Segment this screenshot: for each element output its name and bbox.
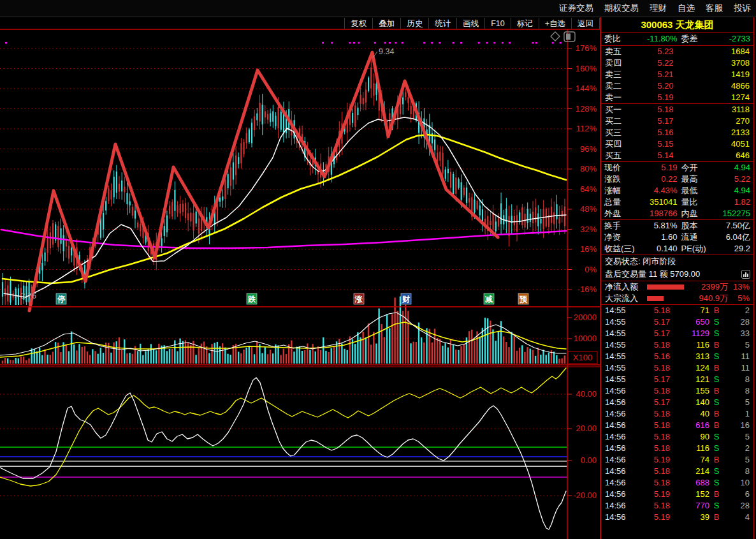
- event-badge-停[interactable]: 停: [56, 293, 66, 304]
- afterhours-chart-icon[interactable]: [741, 270, 750, 283]
- quote-label: 净资: [604, 232, 637, 243]
- tick-direction: B: [709, 489, 723, 500]
- tick-row[interactable]: 14:565.18116S2: [601, 443, 753, 454]
- level-price: 5.19: [630, 92, 690, 103]
- tick-row[interactable]: 14:565.19152B6: [601, 489, 753, 500]
- tick-time: 14:56: [605, 408, 633, 420]
- weibi-label: 委比: [604, 33, 627, 45]
- level-price: 5.22: [630, 57, 690, 69]
- buy-level-row[interactable]: 买二5.17270: [601, 115, 753, 127]
- tick-time: 14:55: [605, 339, 633, 351]
- tick-volume: 74: [670, 454, 709, 466]
- sell-level-row[interactable]: 卖四5.223708: [601, 57, 753, 69]
- tick-count: 28: [723, 500, 750, 512]
- tick-time: 14:56: [605, 500, 633, 512]
- event-badge-减[interactable]: 减: [484, 293, 494, 304]
- tick-time: 14:56: [605, 489, 633, 500]
- tick-count: 5: [723, 454, 750, 466]
- tick-row[interactable]: 14:555.171129S33: [601, 328, 753, 339]
- tick-row[interactable]: 14:555.1871B2: [601, 305, 753, 316]
- buy-level-row[interactable]: 买五5.14646: [601, 150, 753, 161]
- level-price: 5.14: [630, 150, 690, 161]
- level-volume: 3118: [690, 104, 750, 115]
- tick-direction: S: [709, 500, 723, 512]
- tick-row[interactable]: 14:565.1840B1: [601, 408, 753, 420]
- tick-row[interactable]: 14:565.1939B4: [601, 512, 753, 523]
- tick-row[interactable]: 14:565.18214S8: [601, 466, 753, 477]
- level-volume: 4866: [690, 80, 750, 92]
- tick-row[interactable]: 14:555.18124B11: [601, 362, 753, 374]
- tick-row[interactable]: 14:565.18155B8: [601, 385, 753, 397]
- svg-text:9.34: 9.34: [379, 47, 394, 56]
- quote-row: 净资1.60流通6.04亿: [601, 232, 753, 243]
- plot-corner-icons: [551, 32, 575, 41]
- weibi-value: -11.80%: [627, 33, 678, 45]
- tick-count: 8: [723, 466, 750, 477]
- event-badge-财[interactable]: 财: [401, 293, 411, 304]
- tick-count: 11: [723, 362, 750, 374]
- tick-count: 16: [723, 420, 750, 431]
- tick-row[interactable]: 14:565.17140S5: [601, 397, 753, 408]
- tick-direction: B: [709, 408, 723, 420]
- tick-price: 5.16: [633, 351, 670, 362]
- event-badge-预[interactable]: 预: [518, 293, 528, 304]
- tick-row[interactable]: 14:565.1974B5: [601, 454, 753, 466]
- tick-price: 5.19: [633, 512, 670, 523]
- tick-direction: B: [709, 362, 723, 374]
- menu-item-complaint[interactable]: 投诉: [734, 3, 751, 14]
- after-hours-text: 盘后交易量 11 额 5709.00: [605, 269, 700, 279]
- buy-level-row[interactable]: 买一5.183118: [601, 104, 753, 115]
- buy-level-row[interactable]: 买三5.162133: [601, 127, 753, 138]
- buy-level-row[interactable]: 买四5.154051: [601, 138, 753, 150]
- signal-dots: [5, 42, 562, 44]
- tick-count: 5: [723, 339, 750, 351]
- event-badges: 停跌涨财减预: [56, 293, 528, 304]
- trade-status-row: 交易状态: 闭市阶段: [601, 255, 753, 268]
- annotations: 9.34←2.76: [13, 47, 394, 300]
- tick-direction: S: [709, 316, 723, 328]
- quote-label: 总量: [604, 196, 637, 208]
- panel-toggle-icon[interactable]: [564, 32, 575, 41]
- menu-item-watchlist[interactable]: 自选: [678, 3, 695, 14]
- svg-text:112%: 112%: [576, 124, 597, 133]
- sell-level-row[interactable]: 卖五5.231684: [601, 46, 753, 57]
- sell-level-row[interactable]: 卖三5.211419: [601, 69, 753, 80]
- tick-volume: 140: [670, 397, 709, 408]
- event-badge-跌[interactable]: 跌: [247, 293, 257, 304]
- tick-row[interactable]: 14:555.18116B5: [601, 339, 753, 351]
- flow-label: 大宗流入: [605, 293, 644, 304]
- quote-value: 4.43%: [637, 185, 678, 196]
- tick-row[interactable]: 14:565.18616B16: [601, 420, 753, 431]
- tick-row[interactable]: 14:565.18688S10: [601, 477, 753, 489]
- tick-price: 5.18: [633, 477, 670, 489]
- tick-price: 5.19: [633, 489, 670, 500]
- diamond-marker-icon[interactable]: [551, 32, 560, 41]
- sell-level-row[interactable]: 卖二5.204866: [601, 80, 753, 92]
- quote-row: 涨跌0.22最高5.22: [601, 174, 753, 185]
- sell-level-row[interactable]: 卖一5.191274: [601, 92, 753, 103]
- svg-text:预: 预: [519, 295, 528, 304]
- tick-volume: 1129: [670, 328, 709, 339]
- menu-item-options-trade[interactable]: 期权交易: [604, 3, 639, 14]
- menu-item-wealth[interactable]: 理财: [650, 3, 667, 14]
- quote-label: PE(动): [678, 243, 711, 255]
- tick-direction: S: [709, 443, 723, 454]
- tick-price: 5.18: [633, 362, 670, 374]
- tick-count: 2: [723, 443, 750, 454]
- tick-count: 28: [723, 316, 750, 328]
- level-label: 买四: [605, 138, 630, 150]
- level-volume: 1684: [690, 46, 750, 57]
- quote-label: 外盘: [604, 208, 637, 219]
- menu-item-customer-service[interactable]: 客服: [706, 3, 723, 14]
- tick-row[interactable]: 14:555.16313S11: [601, 351, 753, 362]
- tick-row[interactable]: 14:555.17650S28: [601, 316, 753, 328]
- tick-price: 5.18: [633, 420, 670, 431]
- tick-volume: 214: [670, 466, 709, 477]
- tick-row[interactable]: 14:565.18770S28: [601, 500, 753, 512]
- tick-count: 2: [723, 305, 750, 316]
- tick-row[interactable]: 14:555.17121S8: [601, 374, 753, 385]
- event-badge-涨[interactable]: 涨: [354, 293, 364, 304]
- quote-label: 涨幅: [604, 185, 637, 196]
- tick-row[interactable]: 14:565.1890S5: [601, 431, 753, 443]
- tick-count: 1: [723, 408, 750, 420]
